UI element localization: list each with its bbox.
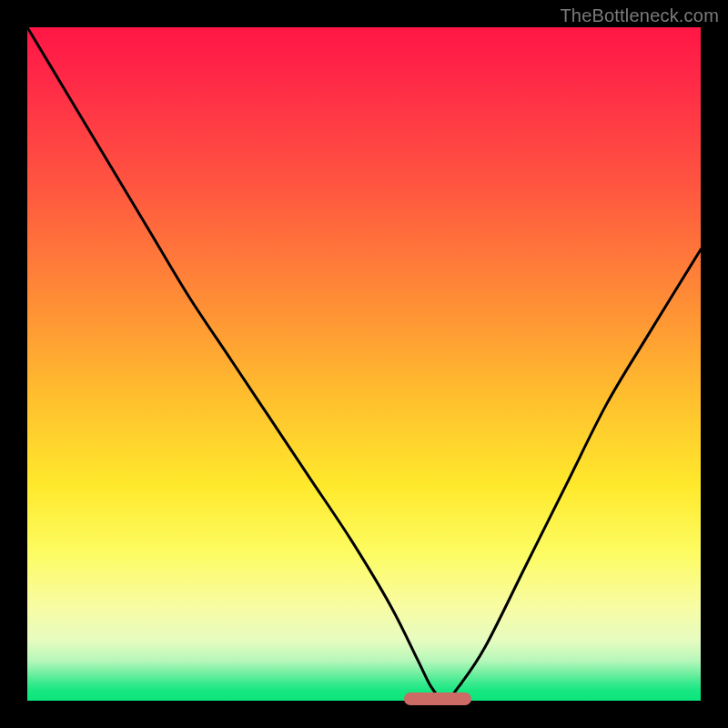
optimal-marker bbox=[404, 693, 471, 705]
chart-frame: TheBottleneck.com bbox=[0, 0, 728, 728]
watermark-text: TheBottleneck.com bbox=[560, 5, 719, 26]
plot-area bbox=[27, 27, 701, 701]
bottleneck-curve bbox=[27, 27, 701, 701]
curve-path bbox=[27, 27, 701, 701]
